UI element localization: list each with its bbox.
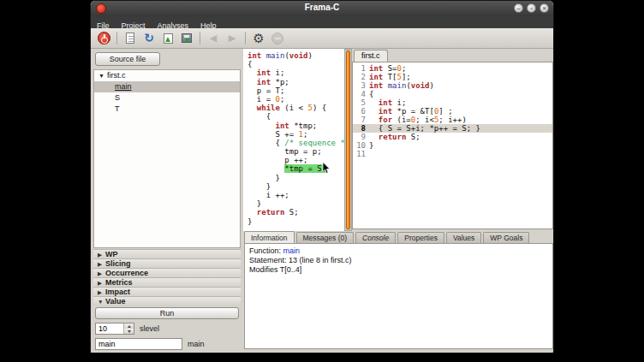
cil-code-line[interactable]: p = T; [247, 86, 344, 95]
tab-wp-goals[interactable]: WP Goals [483, 232, 529, 243]
cil-code-line[interactable]: } [247, 217, 344, 226]
file-tree: ▼first.c mainST [93, 69, 241, 248]
spin-down-button[interactable] [124, 329, 134, 334]
code-token: int [379, 98, 392, 107]
code-token: for [379, 116, 392, 124]
tab-information[interactable]: Information [244, 231, 295, 243]
tab-console[interactable]: Console [355, 232, 396, 243]
close-button[interactable]: × [540, 3, 549, 13]
cil-code-line[interactable]: } [247, 199, 344, 208]
main-label: main [188, 340, 205, 348]
source-code-line[interactable]: 3int main(void) [353, 81, 552, 90]
information-panel: Function: mainStatement: 13 (line 8 in f… [244, 243, 553, 349]
tab-messages-0[interactable]: Messages (0) [296, 232, 355, 243]
cil-code-line[interactable]: i = 0; [247, 95, 344, 104]
code-token [369, 116, 379, 124]
code-token: } [369, 141, 373, 150]
tree-item-t[interactable]: T [94, 104, 240, 115]
section-wp[interactable]: ▶WP [93, 249, 241, 258]
cil-code-line[interactable]: S += 1; [247, 130, 344, 139]
code-token: S; [406, 133, 420, 141]
cil-code-line[interactable]: { [247, 112, 344, 121]
section-impact[interactable]: ▶Impact [93, 287, 241, 296]
cil-scrollbar[interactable] [344, 49, 352, 231]
load-icon [164, 33, 173, 44]
minimize-button[interactable]: – [514, 3, 523, 13]
section-value[interactable]: ▼Value [93, 296, 241, 306]
code-token: int [369, 81, 383, 90]
cil-code-line[interactable]: int i; [247, 68, 344, 77]
cil-code-line[interactable]: } [247, 182, 344, 191]
load-session-button[interactable] [158, 30, 177, 47]
line-text: int *p = &T[0] ; [369, 107, 453, 116]
analyses-button[interactable]: ⚙ [249, 30, 268, 47]
section-label: WP [105, 250, 118, 258]
code-token: int [257, 68, 271, 77]
source-code-line[interactable]: 4{ [353, 90, 552, 98]
line-number: 7 [353, 116, 366, 124]
source-file-button[interactable]: Source file [95, 52, 160, 66]
expander-down-icon[interactable]: ▼ [98, 73, 104, 79]
highlighted-statement[interactable]: *tmp = S; [284, 164, 326, 173]
cil-code-line[interactable]: while (i < 5) { [247, 104, 344, 112]
section-metrics[interactable]: ▶Metrics [93, 277, 241, 287]
line-number: 4 [353, 90, 366, 98]
slevel-input[interactable] [96, 323, 123, 334]
cil-code-line[interactable]: { [247, 60, 344, 68]
source-code-view: 1int S=0;2int T[5];3int main(void)4{5 in… [352, 62, 553, 229]
slevel-spinbox[interactable] [95, 323, 134, 335]
stop-icon [271, 33, 283, 45]
code-token: int [257, 78, 271, 86]
code-token: (i= [392, 116, 411, 124]
cil-code-line[interactable]: { /* sequence */ [247, 139, 344, 147]
maximize-button[interactable]: ▫ [527, 3, 536, 13]
source-code-line[interactable]: 6 int *p = &T[0] ; [353, 107, 552, 116]
cil-code-line[interactable]: } [247, 174, 344, 182]
quit-button[interactable] [94, 30, 113, 47]
line-text: } [369, 141, 373, 150]
tree-item-first-c[interactable]: ▼first.c [94, 70, 240, 81]
source-code-line[interactable]: 7 for (i=0; i<5; i++) [353, 116, 552, 124]
window-title: Frama-C [91, 3, 553, 12]
cil-code-line[interactable]: i ++; [247, 191, 344, 199]
tab-values[interactable]: Values [446, 232, 481, 243]
reload-button[interactable]: ↻ [140, 30, 158, 47]
info-line: Modifies T[0..4] [249, 265, 548, 275]
cil-code-line[interactable]: tmp = p; [247, 147, 344, 156]
run-button[interactable]: Run [95, 307, 239, 319]
spin-buttons [123, 323, 134, 334]
section-slicing[interactable]: ▶Slicing [93, 258, 241, 268]
cil-code-line[interactable]: int *p; [247, 78, 344, 86]
tab-properties[interactable]: Properties [397, 232, 444, 243]
main-function-input[interactable] [95, 338, 182, 350]
source-code-line[interactable]: 1int S=0; [353, 64, 552, 73]
code-token: (i < [280, 104, 308, 112]
code-token [247, 122, 276, 130]
titlebar[interactable]: Frama-C –▫× [91, 1, 553, 16]
cil-code-line[interactable]: return S; [247, 208, 344, 217]
source-code-line[interactable]: 10} [353, 141, 552, 150]
code-token: Statement: 13 (line 8 in first.c) [249, 256, 352, 264]
code-token: ]; [402, 73, 411, 81]
code-token: } [247, 182, 271, 191]
source-tab-first-c[interactable]: first.c [354, 50, 388, 62]
line-number: 8 [353, 124, 366, 133]
section-occurrence[interactable]: ▶Occurrence [93, 268, 241, 277]
source-code-line[interactable]: 5 int i; [353, 98, 552, 107]
cil-code-line[interactable]: int *tmp; [247, 122, 344, 130]
tree-item-main[interactable]: main [94, 81, 240, 92]
source-code-line[interactable]: 2int T[5]; [353, 73, 552, 81]
tree-item-s[interactable]: S [94, 92, 240, 104]
code-token: main [266, 51, 285, 60]
source-code-line[interactable]: 11 [353, 150, 552, 158]
code-token: { S = S+i; *p++ = S; } [369, 124, 480, 133]
line-text: int i; [369, 98, 406, 107]
save-session-button[interactable] [177, 30, 196, 47]
cil-code-line[interactable]: int main(void) [247, 51, 344, 60]
function-link[interactable]: main [283, 246, 301, 255]
source-code-line[interactable]: 9 return S; [353, 133, 552, 141]
source-code-line[interactable]: 8 { S = S+i; *p++ = S; } [353, 124, 552, 133]
scrollbar-thumb[interactable] [346, 50, 350, 229]
desktop-background: { "colors": { "keyword": "#a52a2a", "fun… [0, 0, 644, 362]
source-files-button[interactable] [121, 30, 140, 47]
